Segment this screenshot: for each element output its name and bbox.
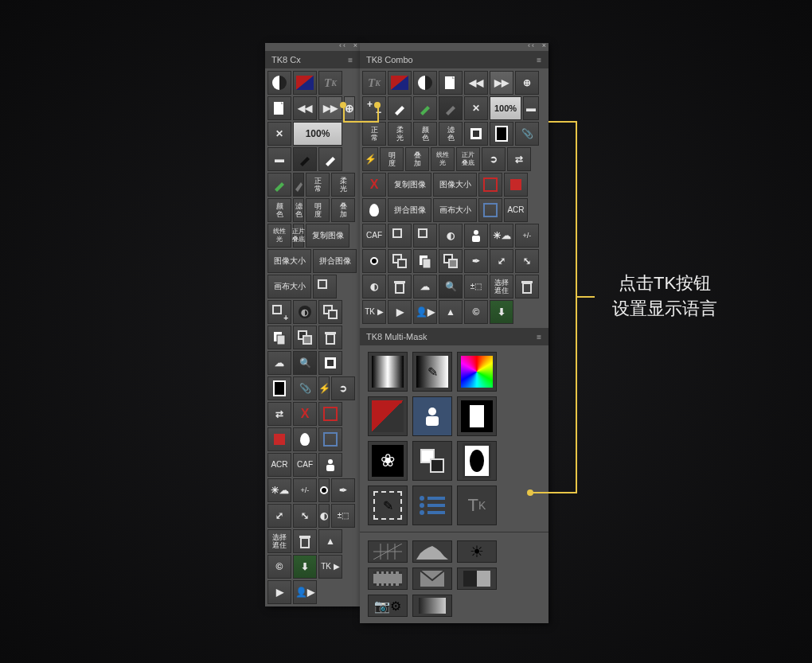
brush-green-icon[interactable] (413, 96, 437, 120)
play-icon[interactable]: ▶ (267, 580, 291, 604)
camera-gear-icon[interactable]: 📷⚙ (368, 595, 408, 617)
swap-icon[interactable]: ⇄ (267, 402, 291, 426)
histogram-icon[interactable] (412, 540, 452, 563)
stack-icon[interactable] (293, 326, 317, 349)
blend-normal[interactable]: 正 常 (362, 122, 386, 146)
brush-white-icon[interactable] (318, 147, 342, 171)
play-icon[interactable]: ▶ (388, 300, 412, 324)
brush-gray-icon[interactable] (293, 173, 304, 197)
blend-screen[interactable]: 滤 色 (293, 198, 304, 222)
leaf-icon[interactable]: ◐ (439, 224, 463, 248)
blend-multiply[interactable]: 正片 叠底 (293, 224, 304, 248)
zap-icon[interactable]: ⚡ (362, 147, 378, 171)
canvas-size[interactable]: 画布大小 (433, 198, 477, 222)
envelope-icon[interactable] (412, 567, 452, 590)
group-icon[interactable] (318, 300, 342, 324)
color-mask-icon[interactable] (457, 352, 497, 392)
blur-icon[interactable]: ◐ (362, 275, 386, 298)
acr-button[interactable]: ACR (267, 453, 291, 477)
black-swatch[interactable] (267, 376, 291, 400)
person-icon[interactable] (318, 453, 342, 477)
brush-black-icon[interactable] (293, 147, 317, 171)
pen-icon[interactable]: ✒ (331, 478, 355, 502)
search-icon[interactable]: 🔍 (439, 275, 463, 298)
trash2-icon[interactable] (515, 275, 539, 298)
select-mask[interactable]: 选择 遮住 (490, 275, 513, 298)
smartobj-icon[interactable] (388, 224, 412, 248)
black-swatch[interactable] (490, 122, 513, 146)
marquee-icon[interactable] (478, 198, 502, 222)
redx-button[interactable]: X (293, 402, 317, 426)
halfsplit-icon[interactable] (457, 567, 497, 590)
panel-menu-icon[interactable]: ≡ (537, 333, 542, 341)
red-outline[interactable] (318, 402, 342, 426)
search-icon[interactable]: 🔍 (293, 351, 317, 375)
pm-split[interactable] (362, 96, 386, 120)
target-icon[interactable] (362, 249, 386, 273)
cloud-icon[interactable]: ☁ (267, 351, 291, 375)
brightness-icon[interactable]: ☀ (457, 540, 497, 563)
pm-crop[interactable]: ±⬚ (331, 504, 355, 528)
stack-icon[interactable] (439, 249, 463, 273)
select-mask[interactable]: 选择 遮住 (267, 529, 291, 553)
canvas-size[interactable]: 画布大小 (267, 275, 311, 298)
rewind-icon[interactable]: ◀◀ (464, 71, 488, 95)
attach-icon[interactable]: 📎 (293, 376, 317, 400)
red-triangle-icon[interactable] (368, 396, 408, 436)
person-play-icon[interactable]: 👤▶ (413, 300, 437, 324)
flower-mask-icon[interactable]: ❀ (368, 441, 408, 481)
blend-linearlight[interactable]: 线性 光 (431, 147, 455, 171)
expand-icon[interactable]: ✕ (464, 96, 488, 120)
weather-icon[interactable]: ☀☁ (490, 224, 513, 248)
panel-menu-icon[interactable]: ≡ (348, 56, 353, 64)
attach-icon[interactable]: 📎 (515, 122, 539, 146)
minus-icon[interactable]: ▬ (267, 147, 291, 171)
leaf-icon[interactable]: ◐ (293, 300, 317, 324)
flatten-image[interactable]: 拼合图像 (313, 249, 357, 273)
contrast-icon[interactable] (413, 71, 437, 95)
close-icon[interactable]: × (542, 41, 546, 49)
copyright-icon[interactable]: © (267, 555, 291, 579)
arrow-diag1-icon[interactable]: ⤢ (490, 249, 513, 273)
collapse-icon[interactable]: ‹‹ (528, 41, 536, 49)
drop-icon[interactable] (293, 427, 317, 451)
list-icon[interactable] (412, 486, 452, 525)
triangle-up-icon[interactable]: ▲ (318, 529, 342, 553)
zoom-100[interactable]: 100% (293, 122, 342, 146)
tk-play[interactable]: TK ▶ (362, 300, 386, 324)
marquee-icon[interactable] (318, 427, 342, 451)
filmstrip-icon[interactable] (368, 567, 408, 590)
redx-button[interactable]: X (362, 173, 386, 197)
contrast-icon[interactable] (267, 71, 291, 95)
tk-mask-button[interactable]: TK (457, 486, 497, 525)
blend-overlay[interactable]: 叠 加 (405, 147, 429, 171)
blend-linearlight[interactable]: 线性 光 (267, 224, 291, 248)
red-fill[interactable] (504, 173, 528, 197)
expand-icon[interactable]: ✕ (267, 122, 291, 146)
grid-icon[interactable] (368, 540, 408, 563)
cloud-icon[interactable]: ☁ (413, 275, 437, 298)
image-size[interactable]: 图像大小 (267, 249, 311, 273)
pen-icon[interactable]: ✒ (464, 249, 488, 273)
weather-icon[interactable]: ☀☁ (267, 478, 291, 502)
blend-overlay[interactable]: 叠 加 (331, 198, 355, 222)
blend-normal[interactable]: 正 常 (306, 173, 330, 197)
plus-minus[interactable]: +/- (515, 224, 539, 248)
smartobj-add-icon[interactable] (413, 224, 437, 248)
copyright-icon[interactable]: © (464, 300, 488, 324)
crop-marks-icon[interactable] (464, 122, 488, 146)
blend-screen[interactable]: 滤 色 (439, 122, 463, 146)
caf-button[interactable]: CAF (362, 224, 386, 248)
brush-green-icon[interactable] (267, 173, 291, 197)
download-icon[interactable]: ⬇ (293, 555, 317, 579)
tk-button[interactable]: TK (318, 71, 342, 95)
close-icon[interactable]: × (353, 41, 357, 49)
person-icon[interactable] (464, 224, 488, 248)
arrow-diag2-icon[interactable]: ⤡ (293, 504, 317, 528)
trash2-icon[interactable] (293, 529, 317, 553)
flatten-image[interactable]: 拼合图像 (388, 198, 431, 222)
copy-image[interactable]: 复制图像 (306, 224, 349, 248)
into-icon[interactable]: ➲ (331, 376, 355, 400)
brush-white-icon[interactable] (388, 96, 412, 120)
flag-button[interactable] (293, 71, 317, 95)
